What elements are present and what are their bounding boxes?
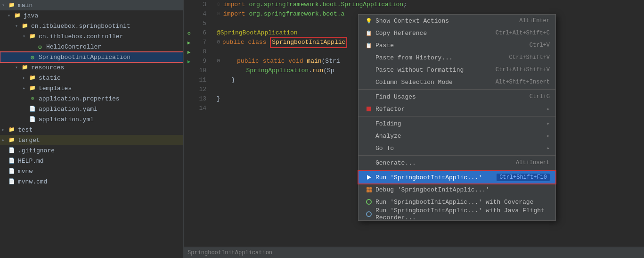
menu-label-run-jfr: Run 'SpringbootInitApplic...' with Java … xyxy=(375,207,550,221)
shortcut-paste: Ctrl+V xyxy=(530,42,550,49)
gutter-line-12 xyxy=(184,85,194,94)
icon-refactor xyxy=(364,107,374,111)
coverage-icon xyxy=(364,199,374,205)
props-icon: ⚙ xyxy=(28,95,37,102)
gutter-line-10 xyxy=(184,66,194,75)
public-kw-7: public xyxy=(222,38,245,47)
tree-item-springboot-app[interactable]: ⚙ SpringbootInitApplication xyxy=(0,52,183,62)
gutter-line-8: ▶ xyxy=(184,47,194,57)
line-num-9: 9 xyxy=(194,57,209,66)
tree-item-mvnw[interactable]: 📄 mvnw xyxy=(0,166,183,176)
line-num-4: 4 xyxy=(194,9,209,19)
menu-refactor[interactable]: Refactor xyxy=(359,103,555,115)
line-num-13: 13 xyxy=(194,94,209,104)
sep-2 xyxy=(359,116,555,117)
menu-paste-history[interactable]: Paste from History... Ctrl+Shift+V xyxy=(359,51,555,64)
menu-label-folding: Folding xyxy=(375,120,547,127)
gutter-line-14 xyxy=(184,104,194,113)
spring-icon-app: ⚙ xyxy=(28,54,37,60)
menu-show-context[interactable]: 💡 Show Context Actions Alt+Enter xyxy=(359,15,555,27)
gutter-line-7: ▶ xyxy=(184,38,194,47)
arrow-java xyxy=(8,13,13,18)
sep-1 xyxy=(359,89,555,90)
tree-item-cn-itbluebox[interactable]: 📁 cn.itbluebox.springbootinit xyxy=(0,21,183,31)
menu-label-analyze: Analyze xyxy=(375,133,547,140)
line-num-12: 12 xyxy=(194,85,209,94)
tree-item-help[interactable]: 📄 HELP.md xyxy=(0,156,183,166)
line-num-14: 14 xyxy=(194,104,209,113)
menu-copy-ref[interactable]: 📋 Copy Reference Ctrl+Alt+Shift+C xyxy=(359,27,555,39)
tree-item-app-yml[interactable]: 📄 application.yml xyxy=(0,114,183,125)
tree-item-hello-controller[interactable]: ⚙ HelloController xyxy=(0,42,183,52)
folder-icon-controller: 📁 xyxy=(28,33,37,40)
menu-paste[interactable]: 📋 Paste Ctrl+V xyxy=(359,39,555,51)
yml-icon: 📄 xyxy=(28,116,37,123)
menu-run-jfr[interactable]: Run 'SpringbootInitApplic...' with Java … xyxy=(359,208,555,220)
gutter-line-5 xyxy=(184,19,194,28)
tree-label-test: test xyxy=(18,126,33,133)
mvnw-cmd-icon: 📄 xyxy=(8,178,16,185)
import-kw-3: import xyxy=(223,0,245,9)
tree-item-app-yaml[interactable]: 📄 application.yaml xyxy=(0,104,183,114)
tree-label-gitignore: .gitignore xyxy=(18,147,55,154)
tree-item-target[interactable]: 📁 target xyxy=(0,135,183,145)
menu-label-paste: Paste xyxy=(375,42,522,49)
tree-label-mvnw: mvnw xyxy=(18,168,33,175)
folder-icon-main: 📁 xyxy=(8,2,16,8)
sep-3 xyxy=(359,155,555,156)
paste-icon: 📋 xyxy=(364,42,374,49)
tree-item-test[interactable]: 📁 test xyxy=(0,125,183,135)
tree-item-templates[interactable]: 📁 templates xyxy=(0,83,183,93)
tree-label-yml: application.yml xyxy=(39,116,94,123)
menu-column-mode[interactable]: Column Selection Mode Alt+Shift+Insert xyxy=(359,76,555,88)
tree-item-resources[interactable]: 📁 resources xyxy=(0,62,183,73)
menu-label-goto: Go To xyxy=(375,145,547,152)
tree-label-hello: HelloController xyxy=(46,43,101,50)
folder-icon-test: 📁 xyxy=(8,126,16,133)
gutter-line-9: ▶ xyxy=(184,57,194,66)
editor-area: ⚙ ▶ ▶ ▶ 3 4 5 6 7 8 9 10 11 12 13 14 xyxy=(184,0,644,258)
menu-label-generate: Generate... xyxy=(375,159,508,166)
menu-goto[interactable]: Go To xyxy=(359,142,555,154)
bottom-tab-label: SpringbootInitApplication xyxy=(187,250,272,256)
bottom-tab-bar: SpringbootInitApplication xyxy=(184,247,644,258)
gutter-line-13 xyxy=(184,94,194,104)
class-kw-7: class xyxy=(248,38,266,47)
line-num-5: 5 xyxy=(194,19,209,28)
tree-label-cn: cn.itbluebox.springbootinit xyxy=(31,23,130,30)
tree-item-mvnw-cmd[interactable]: 📄 mvnw.cmd xyxy=(0,176,183,187)
help-icon: 📄 xyxy=(8,158,16,164)
folder-icon-static: 📁 xyxy=(28,75,37,81)
arrow-resources xyxy=(15,65,21,70)
menu-run-coverage[interactable]: Run 'SpringbootInitApplic...' with Cover… xyxy=(359,196,555,208)
gutter-line-11 xyxy=(184,75,194,85)
tree-item-static[interactable]: 📁 static xyxy=(0,73,183,83)
tree-item-main[interactable]: 📁 main xyxy=(0,0,183,10)
class-name-7: SpringbootInitApplic xyxy=(270,37,347,48)
menu-label-run: Run 'SpringbootInitApplic...' xyxy=(375,174,492,181)
menu-folding[interactable]: Folding xyxy=(359,117,555,130)
run-play-icon xyxy=(364,175,374,180)
shortcut-paste-no-format: Ctrl+Alt+Shift+V xyxy=(496,67,550,73)
tree-item-java[interactable]: 📁 java xyxy=(0,10,183,21)
shortcut-find-usages: Ctrl+G xyxy=(530,93,550,100)
import-kw-4: import xyxy=(223,9,245,19)
line-num-11: 11 xyxy=(194,75,209,85)
menu-find-usages[interactable]: Find Usages Ctrl+G xyxy=(359,91,555,103)
tree-item-gitignore[interactable]: 📄 .gitignore xyxy=(0,145,183,156)
tree-item-controller[interactable]: 📁 cn.itbluebox.controller xyxy=(0,31,183,42)
menu-generate[interactable]: Generate... Alt+Insert xyxy=(359,157,555,169)
menu-paste-no-format[interactable]: Paste without Formatting Ctrl+Alt+Shift+… xyxy=(359,64,555,76)
line-num-8: 8 xyxy=(194,47,209,57)
tree-label-yaml: application.yaml xyxy=(39,106,98,113)
menu-analyze[interactable]: Analyze xyxy=(359,130,555,142)
gitignore-icon: 📄 xyxy=(8,147,16,154)
line-num-10: 10 xyxy=(194,66,209,75)
arrow-templates xyxy=(23,85,28,91)
tree-item-app-props[interactable]: ⚙ application.properties xyxy=(0,93,183,104)
menu-run[interactable]: Run 'SpringbootInitApplic...' Ctrl+Shift… xyxy=(359,171,555,183)
context-menu: 💡 Show Context Actions Alt+Enter 📋 Copy … xyxy=(358,14,556,221)
menu-debug[interactable]: Debug 'SpringbootInitApplic...' xyxy=(359,183,555,196)
spring-icon-hello: ⚙ xyxy=(36,43,44,50)
menu-label-debug: Debug 'SpringbootInitApplic...' xyxy=(375,186,550,193)
